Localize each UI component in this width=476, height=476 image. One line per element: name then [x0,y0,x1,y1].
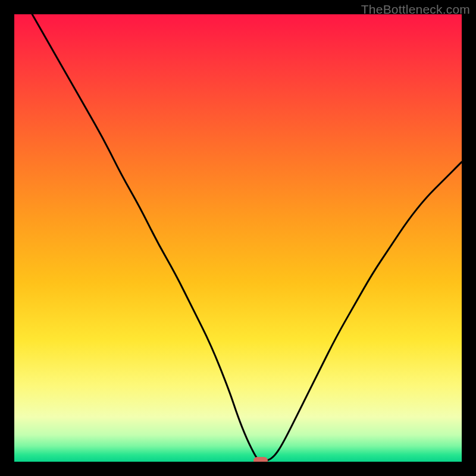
chart-stage: TheBottleneck.com [0,0,476,476]
optimal-marker [253,457,268,462]
watermark-label: TheBottleneck.com [361,2,470,17]
plot-area [14,14,462,462]
bottleneck-curve [14,14,462,462]
